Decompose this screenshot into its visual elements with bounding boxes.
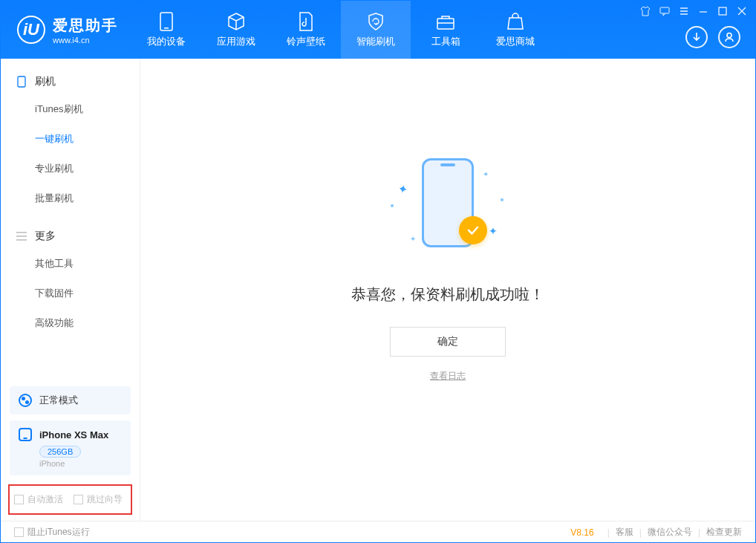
svg-rect-2: [437, 19, 454, 29]
footer-update-link[interactable]: 检查更新: [706, 526, 742, 539]
tab-my-device[interactable]: 我的设备: [131, 1, 201, 59]
main-tabs: 我的设备 应用游戏 铃声壁纸 智能刷机 工具箱 爱思商城: [131, 1, 550, 59]
shirt-icon[interactable]: [639, 5, 651, 17]
svg-point-3: [727, 33, 731, 38]
success-message: 恭喜您，保资料刷机成功啦！: [351, 284, 544, 305]
footer-support-link[interactable]: 客服: [616, 526, 633, 539]
checkbox-block-itunes[interactable]: 阻止iTunes运行: [14, 526, 90, 539]
device-icon: [157, 12, 176, 31]
bag-icon: [506, 12, 525, 31]
app-title: 爱思助手: [53, 16, 118, 36]
mode-label: 正常模式: [39, 394, 78, 407]
checkbox-icon: [14, 527, 24, 537]
sidebar: 刷机 iTunes刷机 一键刷机 专业刷机 批量刷机 更多 其他工具 下载固件 …: [1, 59, 140, 521]
refresh-shield-icon: [366, 12, 385, 31]
checkbox-icon: [74, 495, 83, 504]
download-button[interactable]: [685, 26, 708, 48]
svg-rect-4: [660, 7, 669, 13]
toolbox-icon: [436, 12, 455, 31]
svg-rect-1: [164, 27, 169, 29]
app-url: www.i4.cn: [53, 36, 118, 45]
ok-button[interactable]: 确定: [390, 327, 506, 357]
sidebar-item-advanced[interactable]: 高级功能: [1, 308, 140, 338]
svg-rect-5: [719, 7, 726, 15]
app-header: iU 爱思助手 www.i4.cn 我的设备 应用游戏 铃声壁纸 智能刷机 工具…: [1, 1, 755, 59]
check-badge-icon: [459, 216, 487, 244]
options-highlight: 自动激活 跳过向导: [8, 484, 132, 515]
sidebar-item-pro-flash[interactable]: 专业刷机: [1, 154, 140, 183]
success-illustration: ✦ ✦ ✦ ✦: [385, 152, 511, 264]
device-small-icon: [19, 428, 32, 441]
menu-icon[interactable]: [678, 5, 690, 17]
sidebar-item-itunes-flash[interactable]: iTunes刷机: [1, 94, 140, 124]
svg-rect-6: [18, 77, 25, 87]
footer-wechat-link[interactable]: 微信公众号: [648, 526, 692, 539]
feedback-icon[interactable]: [659, 5, 671, 17]
sidebar-item-oneclick-flash[interactable]: 一键刷机: [1, 124, 140, 154]
mode-icon: [19, 394, 32, 407]
cube-icon: [227, 12, 246, 31]
sidebar-item-download-firmware[interactable]: 下载固件: [1, 279, 140, 308]
maximize-button[interactable]: [717, 5, 729, 17]
checkbox-skip-guide[interactable]: 跳过向导: [74, 493, 123, 506]
sidebar-header-more: 更多: [1, 224, 140, 249]
device-name: iPhone XS Max: [39, 429, 108, 440]
main-content: ✦ ✦ ✦ ✦ 恭喜您，保资料刷机成功啦！ 确定 查看日志: [140, 59, 755, 521]
version-label: V8.16: [570, 527, 593, 538]
tab-store[interactable]: 爱思商城: [480, 1, 550, 59]
status-bar: 阻止iTunes运行 V8.16 | 客服 | 微信公众号 | 检查更新: [1, 521, 755, 543]
minimize-button[interactable]: [697, 5, 709, 17]
checkbox-icon: [14, 495, 24, 504]
sidebar-item-batch-flash[interactable]: 批量刷机: [1, 183, 140, 213]
tab-smart-flash[interactable]: 智能刷机: [341, 1, 411, 59]
list-icon: [16, 230, 27, 242]
sidebar-item-other-tools[interactable]: 其他工具: [1, 249, 140, 279]
logo: iU 爱思助手 www.i4.cn: [1, 16, 131, 45]
view-log-link[interactable]: 查看日志: [430, 370, 466, 383]
device-type: iPhone: [39, 459, 122, 468]
tab-ringtones-wallpapers[interactable]: 铃声壁纸: [271, 1, 341, 59]
device-storage-badge: 256GB: [39, 446, 81, 458]
tab-toolbox[interactable]: 工具箱: [411, 1, 480, 59]
device-card[interactable]: iPhone XS Max 256GB iPhone: [10, 420, 131, 475]
phone-small-icon: [16, 76, 27, 88]
mode-indicator[interactable]: 正常模式: [10, 386, 131, 414]
sidebar-header-flash: 刷机: [1, 69, 140, 94]
checkbox-auto-activate[interactable]: 自动激活: [14, 493, 63, 506]
close-button[interactable]: [736, 5, 748, 17]
tab-apps-games[interactable]: 应用游戏: [201, 1, 271, 59]
music-file-icon: [296, 12, 316, 31]
logo-icon: iU: [17, 16, 45, 44]
user-button[interactable]: [718, 26, 740, 48]
